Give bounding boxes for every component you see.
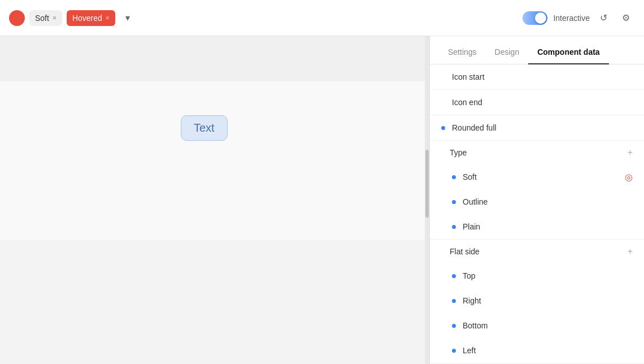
scrollbar-thumb[interactable] (425, 150, 429, 218)
list-item-icon-start: Icon start (430, 64, 644, 89)
refresh-icon: ↺ (600, 12, 607, 23)
dropdown-button[interactable]: ▾ (120, 10, 136, 26)
right-panel: Settings Design Component data Icon star… (429, 36, 644, 364)
scrollbar-track[interactable] (425, 36, 429, 364)
toggle-thumb (535, 12, 546, 24)
panel-content: Icon start Icon end Rounded full Type + (430, 64, 644, 364)
interactive-label: Interactive (553, 14, 590, 23)
icon-start-label: Icon start (452, 72, 633, 81)
rounded-full-label: Rounded full (452, 123, 633, 132)
list-item-top: Top (430, 263, 644, 288)
bottom-label: Bottom (463, 321, 633, 330)
list-item-rounded-full: Rounded full (430, 115, 644, 140)
tag-soft-close[interactable]: × (53, 15, 56, 21)
toggle-track (523, 11, 547, 25)
tab-design[interactable]: Design (486, 41, 529, 64)
list-item-bottom: Bottom (430, 313, 644, 338)
dot-rounded-full (441, 126, 445, 130)
right-label: Right (463, 296, 633, 305)
section-type-label: Type (450, 148, 623, 157)
left-label: Left (463, 346, 633, 355)
list-item-icon-end: Icon end (430, 90, 644, 115)
gear-icon: ⚙ (622, 12, 630, 23)
dot-right (452, 299, 456, 303)
canvas-bottom (0, 240, 429, 364)
toolbar: Soft × Hovered × ▾ Interactive ↺ ⚙ (0, 0, 644, 36)
tab-settings[interactable]: Settings (439, 41, 486, 64)
chevron-down-icon: ▾ (125, 12, 130, 23)
list-item-left: Left (430, 338, 644, 363)
tag-hovered[interactable]: Hovered × (67, 10, 115, 26)
tag-soft-label: Soft (35, 14, 49, 23)
list-item-soft: Soft ◎ (430, 164, 644, 189)
list-item-plain: Plain (430, 214, 644, 239)
section-flat-add[interactable]: + (628, 246, 633, 257)
soft-label: Soft (463, 172, 618, 181)
target-icon: ◎ (625, 172, 633, 183)
dot-empty-2 (441, 101, 445, 105)
section-type: Type + (430, 141, 644, 164)
panel-tabs: Settings Design Component data (430, 36, 644, 64)
tag-soft[interactable]: Soft × (29, 10, 62, 26)
interactive-toggle-group: Interactive (523, 11, 590, 25)
dot-bottom (452, 324, 456, 328)
dot-empty (441, 75, 445, 79)
section-flat-label: Flat side (450, 247, 623, 256)
section-type-dot (441, 151, 445, 155)
canvas-middle: Text (0, 81, 429, 240)
list-item-right: Right (430, 288, 644, 313)
section-flat-side: Flat side + (430, 240, 644, 263)
refresh-button[interactable]: ↺ (594, 9, 612, 27)
section-flat-dot (441, 250, 445, 254)
outline-label: Outline (463, 197, 633, 206)
canvas-area: Text (0, 36, 429, 364)
tag-hovered-close[interactable]: × (106, 15, 110, 21)
settings-button[interactable]: ⚙ (617, 9, 635, 27)
interactive-toggle[interactable] (523, 11, 547, 25)
dot-top (452, 274, 456, 278)
toolbar-dot (9, 10, 25, 26)
canvas-top (0, 36, 429, 81)
icon-end-label: Icon end (452, 98, 633, 107)
dot-plain (452, 225, 456, 229)
text-badge: Text (181, 115, 228, 141)
tag-hovered-label: Hovered (72, 14, 102, 23)
main-area: Text Settings Design Component data Icon… (0, 36, 644, 364)
top-label: Top (463, 271, 633, 280)
dot-left (452, 349, 456, 353)
list-item-outline: Outline (430, 189, 644, 214)
section-type-add[interactable]: + (628, 148, 633, 158)
dot-soft (452, 175, 456, 179)
dot-outline (452, 200, 456, 204)
plain-label: Plain (463, 222, 633, 231)
tab-component-data[interactable]: Component data (528, 41, 608, 64)
